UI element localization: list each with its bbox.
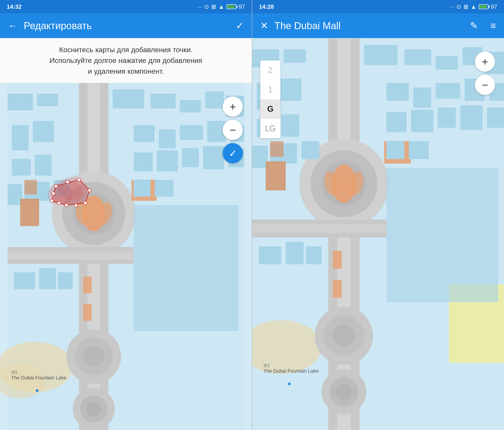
hint-bar: Коснитесь карты для добавления точки.Исп…	[0, 38, 252, 83]
svg-rect-84	[435, 56, 458, 70]
right-location-dot	[288, 383, 291, 385]
back-button[interactable]: ←	[8, 21, 18, 30]
right-status-icons: ··· ⊙ ⊠ ▲ 97	[450, 3, 497, 10]
svg-rect-53	[83, 277, 92, 293]
svg-point-122	[336, 384, 352, 400]
signal-icon: ···	[197, 3, 202, 10]
right-panel: 14:28 ··· ⊙ ⊠ ▲ 97 ✕ The Dubai Mall ✎ ≡	[252, 0, 504, 430]
left-app-bar: ← Редактировать ✓	[0, 13, 252, 38]
svg-rect-108	[386, 141, 404, 159]
battery-fill	[227, 5, 234, 8]
left-confirm-button[interactable]: ✓	[236, 21, 244, 30]
svg-rect-82	[364, 45, 398, 65]
menu-button[interactable]: ≡	[490, 21, 496, 30]
svg-rect-96	[386, 83, 409, 101]
right-map[interactable]: 2 1 G LG 3/1 The Dubai Fountain Lake + −	[252, 38, 504, 430]
svg-rect-51	[39, 268, 56, 289]
svg-rect-54	[83, 304, 92, 321]
svg-rect-91	[252, 146, 268, 168]
right-zoom-in-button[interactable]: +	[475, 52, 495, 72]
svg-rect-112	[259, 246, 281, 264]
right-battery-icon	[479, 4, 489, 9]
svg-rect-98	[435, 83, 460, 99]
floor-g[interactable]: G	[260, 100, 280, 119]
svg-rect-12	[37, 94, 58, 106]
svg-point-68	[52, 192, 55, 195]
svg-point-60	[66, 180, 69, 184]
svg-rect-27	[134, 125, 155, 142]
floor-2[interactable]: 2	[260, 60, 280, 80]
left-title: Редактировать	[24, 20, 230, 31]
left-zoom-controls: + − ✓	[223, 97, 243, 163]
floor-1[interactable]: 1	[260, 80, 280, 100]
battery-icon	[226, 4, 236, 9]
svg-point-63	[84, 201, 87, 205]
svg-rect-41	[155, 180, 173, 197]
svg-rect-28	[159, 129, 176, 148]
right-headphone-icon: ⊙	[456, 3, 461, 10]
right-battery-percent: 97	[491, 3, 497, 10]
svg-rect-40	[134, 180, 150, 197]
svg-point-119	[333, 325, 355, 347]
svg-rect-113	[286, 242, 304, 264]
left-confirm-edit-button[interactable]: ✓	[223, 143, 243, 163]
right-status-bar: 14:28 ··· ⊙ ⊠ ▲ 97	[252, 0, 504, 13]
left-map[interactable]: 3/1 The Dubai Fountain Lake + − ✓	[0, 83, 252, 430]
left-panel: 14:32 ··· ⊙ ⊠ ▲ 97 ← Редактировать ✓ Кос…	[0, 0, 252, 430]
svg-rect-102	[411, 110, 433, 132]
left-location-dot	[36, 389, 38, 392]
svg-rect-32	[134, 153, 153, 171]
right-app-bar: ✕ The Dubai Mall ✎ ≡	[252, 13, 504, 38]
svg-rect-29	[180, 125, 203, 140]
right-signal-icon: ···	[450, 3, 454, 10]
svg-point-59	[54, 184, 57, 188]
floor-lg[interactable]: LG	[260, 119, 280, 138]
svg-rect-105	[487, 108, 504, 128]
svg-rect-25	[20, 199, 39, 226]
wifi-icon: ▲	[218, 3, 224, 10]
edit-button[interactable]: ✎	[470, 21, 478, 30]
left-zoom-in-button[interactable]: +	[223, 97, 243, 117]
svg-rect-18	[12, 125, 29, 150]
svg-point-61	[77, 178, 81, 181]
right-fountain-label: 3/1 The Dubai Fountain Lake	[263, 363, 319, 374]
svg-rect-14	[150, 94, 176, 108]
svg-rect-109	[409, 141, 429, 159]
battery-percent: 97	[239, 3, 245, 10]
svg-rect-26	[24, 180, 37, 195]
svg-rect-95	[270, 141, 284, 157]
right-time: 14:28	[259, 3, 274, 10]
svg-point-66	[57, 201, 61, 205]
svg-point-62	[88, 189, 91, 192]
svg-rect-116	[333, 280, 342, 298]
headphone-icon: ⊙	[204, 3, 209, 10]
svg-rect-103	[438, 108, 456, 128]
svg-rect-114	[306, 246, 322, 264]
svg-rect-22	[8, 184, 22, 205]
svg-rect-97	[413, 88, 431, 108]
svg-rect-107	[386, 168, 498, 302]
svg-rect-83	[404, 49, 431, 65]
left-zoom-out-button[interactable]: −	[223, 120, 243, 140]
svg-rect-111	[252, 224, 386, 233]
floor-selector: 2 1 G LG	[260, 60, 280, 138]
right-zoom-out-button[interactable]: −	[475, 75, 495, 95]
svg-rect-115	[333, 251, 342, 269]
svg-point-65	[65, 203, 68, 207]
svg-rect-49	[8, 251, 134, 260]
svg-rect-20	[12, 159, 31, 176]
right-battery-fill	[480, 5, 487, 8]
svg-rect-52	[58, 272, 73, 289]
svg-rect-13	[113, 89, 144, 108]
close-button[interactable]: ✕	[260, 21, 268, 30]
svg-rect-39	[138, 209, 234, 327]
svg-rect-15	[180, 100, 201, 112]
left-time: 14:32	[7, 3, 22, 10]
svg-point-47	[86, 402, 101, 416]
left-status-icons: ··· ⊙ ⊠ ▲ 97	[197, 3, 245, 10]
left-fountain-label: 3/1 The Dubai Fountain Lake	[11, 370, 66, 381]
svg-rect-93	[301, 141, 319, 159]
svg-rect-19	[33, 121, 54, 142]
hint-text: Коснитесь карты для добавления точки.Исп…	[49, 46, 202, 75]
left-status-bar: 14:32 ··· ⊙ ⊠ ▲ 97	[0, 0, 252, 13]
